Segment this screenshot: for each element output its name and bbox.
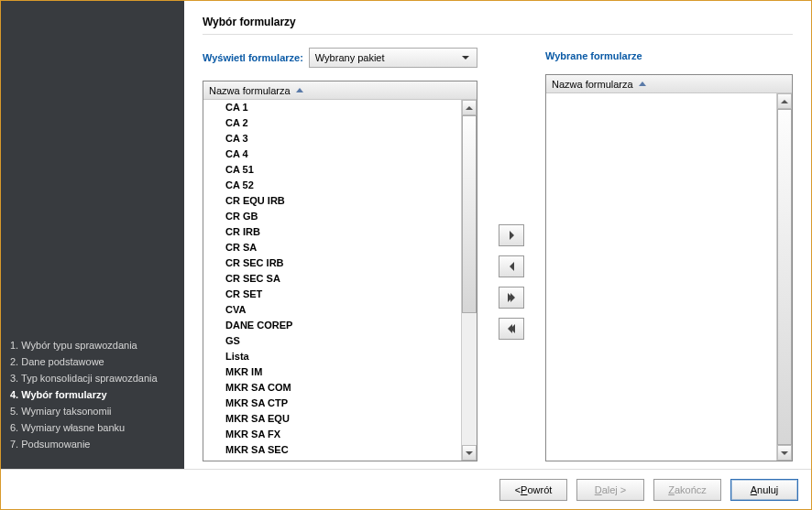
move-all-left-button[interactable]: [499, 318, 524, 340]
sort-ascending-icon: [639, 81, 646, 86]
list-item[interactable]: CA 2: [203, 115, 461, 131]
double-triangle-right-icon: [508, 293, 515, 302]
list-item[interactable]: MKR IM: [203, 364, 461, 380]
available-forms-listbox[interactable]: Nazwa formularza CA 1CA 2CA 3CA 4CA 51CA…: [203, 81, 477, 461]
triangle-right-icon: [510, 231, 514, 240]
list-item[interactable]: MKR SA TDI: [203, 458, 461, 461]
sort-ascending-icon: [296, 88, 303, 92]
list-item[interactable]: Lista: [203, 349, 461, 364]
arrow-up-icon: [781, 100, 788, 103]
available-forms-column: Wyświetl formularze: Wybrany pakiet Nazw…: [203, 48, 477, 461]
selected-list-scroll[interactable]: [546, 93, 776, 461]
finish-button[interactable]: Zakończ: [653, 479, 721, 501]
list-item[interactable]: DANE COREP: [203, 318, 461, 333]
back-rest: owrót: [527, 484, 552, 495]
wizard-steps-sidebar: 1. Wybór typu sprawozdania2. Dane podsta…: [1, 1, 184, 469]
filter-combobox[interactable]: Wybrany pakiet: [309, 48, 477, 68]
list-item[interactable]: MKR SA FX: [203, 427, 461, 442]
wizard-step[interactable]: 4. Wybór formularzy: [10, 386, 175, 403]
page-title: Wybór formularzy: [203, 16, 793, 28]
columns: Wyświetl formularze: Wybrany pakiet Nazw…: [203, 48, 793, 461]
list-item[interactable]: MKR SA COM: [203, 380, 461, 396]
list-item[interactable]: CA 51: [203, 162, 461, 178]
wizard-step[interactable]: 2. Dane podstawowe: [10, 353, 175, 370]
available-list-header-label: Nazwa formularza: [209, 85, 291, 96]
scroll-track[interactable]: [777, 109, 792, 445]
selected-forms-column: Wybrane formularze Nazwa formularza: [545, 48, 793, 461]
next-button[interactable]: Dalej >: [576, 479, 644, 501]
list-item[interactable]: CR SA: [203, 240, 461, 255]
list-item[interactable]: GS: [203, 333, 461, 349]
move-all-right-button[interactable]: [499, 287, 524, 309]
list-item[interactable]: CVA: [203, 302, 461, 318]
filter-selected-value: Wybrany pakiet: [315, 52, 385, 63]
list-item[interactable]: MKR SA CTP: [203, 396, 461, 411]
cancel-rest: nuluj: [757, 484, 778, 495]
list-item[interactable]: CR SEC SA: [203, 271, 461, 287]
scroll-up-button[interactable]: [462, 100, 477, 115]
scroll-up-button[interactable]: [777, 93, 792, 109]
list-item[interactable]: CA 1: [203, 100, 461, 115]
wizard-step[interactable]: 7. Podsumowanie: [10, 436, 175, 452]
double-triangle-left-icon: [508, 324, 515, 333]
wizard-footer: < Powrót Dalej > Zakończ Anuluj: [1, 469, 811, 509]
selected-list-body: [546, 93, 792, 461]
available-scrollbar[interactable]: [461, 100, 477, 461]
next-mnemonic: D: [595, 484, 602, 495]
list-item[interactable]: MKR SA EQU: [203, 411, 461, 427]
list-item[interactable]: CR SEC IRB: [203, 255, 461, 271]
list-item[interactable]: CA 4: [203, 146, 461, 162]
selected-section-label: Wybrane formularze: [545, 48, 793, 61]
move-right-button[interactable]: [499, 224, 524, 246]
list-item[interactable]: CR IRB: [203, 224, 461, 240]
scroll-thumb[interactable]: [462, 115, 477, 313]
list-item[interactable]: CR EQU IRB: [203, 193, 461, 209]
content-area: Wybór formularzy Wyświetl formularze: Wy…: [184, 1, 811, 469]
wizard-step[interactable]: 3. Typ konsolidacji sprawozdania: [10, 370, 175, 386]
list-item[interactable]: CR SET: [203, 287, 461, 302]
finish-mnemonic: Z: [668, 484, 675, 495]
selected-forms-listbox[interactable]: Nazwa formularza: [545, 74, 793, 461]
divider: [203, 34, 793, 35]
wizard-step[interactable]: 6. Wymiary własne banku: [10, 419, 175, 436]
available-list-body: CA 1CA 2CA 3CA 4CA 51CA 52CR EQU IRBCR G…: [203, 100, 477, 461]
cancel-button[interactable]: Anuluj: [730, 479, 798, 501]
list-item[interactable]: CA 3: [203, 131, 461, 146]
selected-list-header[interactable]: Nazwa formularza: [546, 75, 792, 93]
available-list-header[interactable]: Nazwa formularza: [203, 81, 477, 100]
list-item[interactable]: CA 52: [203, 178, 461, 193]
back-mnemonic: P: [521, 484, 527, 495]
list-item[interactable]: CR GB: [203, 209, 461, 224]
next-rest: alej >: [602, 484, 627, 495]
filter-label: Wyświetl formularze:: [203, 52, 303, 63]
arrow-down-icon: [466, 451, 473, 455]
selected-list-header-label: Nazwa formularza: [552, 79, 633, 90]
wizard-step[interactable]: 1. Wybór typu sprawozdania: [10, 337, 175, 353]
triangle-left-icon: [510, 262, 514, 271]
wizard-window: 1. Wybór typu sprawozdania2. Dane podsta…: [0, 0, 812, 510]
cancel-mnemonic: A: [751, 484, 757, 495]
selected-scrollbar[interactable]: [776, 93, 792, 461]
back-button[interactable]: < Powrót: [499, 479, 567, 501]
available-list-scroll[interactable]: CA 1CA 2CA 3CA 4CA 51CA 52CR EQU IRBCR G…: [203, 100, 461, 461]
scroll-thumb[interactable]: [777, 109, 792, 445]
wizard-step[interactable]: 5. Wymiary taksonomii: [10, 403, 175, 419]
scroll-track[interactable]: [462, 115, 477, 445]
scroll-down-button[interactable]: [462, 445, 477, 461]
filter-row: Wyświetl formularze: Wybrany pakiet: [203, 48, 477, 68]
list-item[interactable]: MKR SA SEC: [203, 442, 461, 458]
move-left-button[interactable]: [499, 255, 524, 277]
move-buttons-column: [496, 48, 527, 461]
main-area: 1. Wybór typu sprawozdania2. Dane podsta…: [1, 1, 811, 469]
scroll-down-button[interactable]: [777, 445, 792, 461]
finish-rest: akończ: [675, 484, 707, 495]
arrow-down-icon: [781, 451, 788, 455]
arrow-up-icon: [466, 106, 473, 110]
